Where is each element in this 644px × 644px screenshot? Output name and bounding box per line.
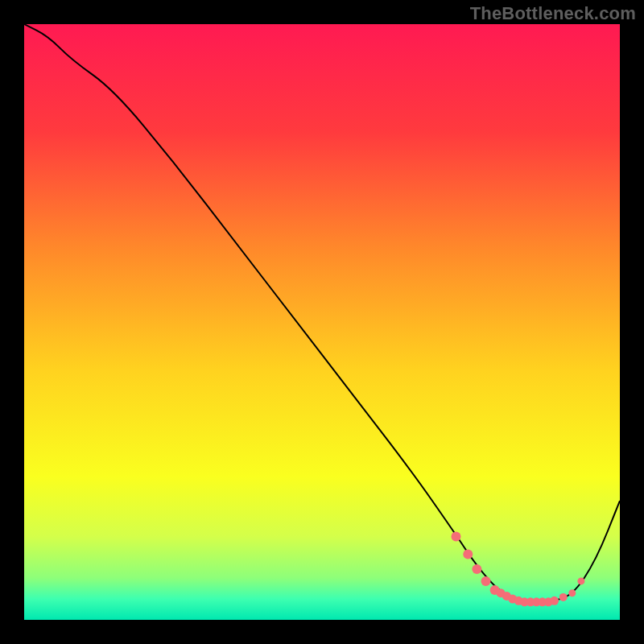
marker-dot: [452, 531, 461, 541]
marker-dot: [577, 577, 584, 584]
plot-area: [24, 24, 620, 620]
marker-dot: [463, 550, 473, 559]
plot-svg: [24, 24, 620, 620]
marker-dot: [568, 589, 576, 597]
marker-dot: [481, 576, 491, 586]
chart-frame: TheBottleneck.com: [0, 0, 644, 644]
gradient-background: [24, 24, 620, 620]
marker-dot: [472, 564, 481, 574]
marker-dot: [559, 593, 568, 601]
marker-dot: [550, 597, 559, 605]
watermark-text: TheBottleneck.com: [470, 3, 636, 24]
